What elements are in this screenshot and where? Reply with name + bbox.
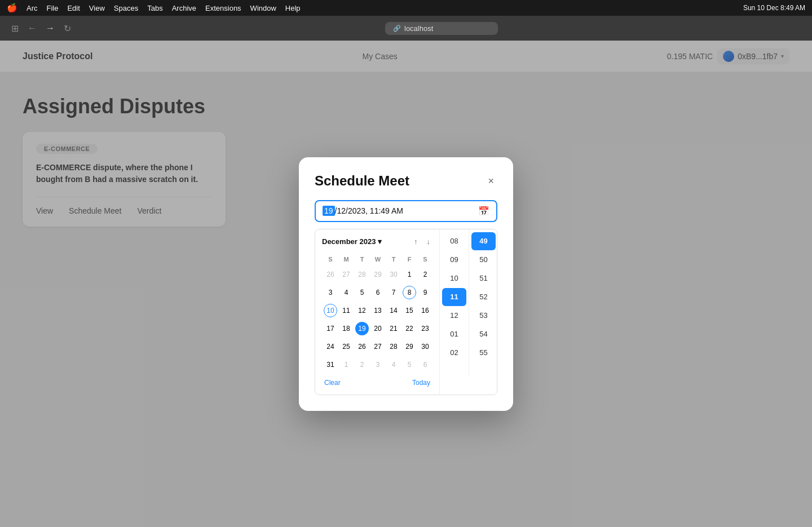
- month-year-text: December 2023: [322, 237, 376, 246]
- minute-item[interactable]: 55: [471, 344, 496, 362]
- weekday-sat: S: [418, 254, 433, 265]
- modal-close-button[interactable]: ×: [484, 175, 497, 187]
- hour-item[interactable]: 12: [442, 307, 466, 325]
- nav-sidebar-toggle[interactable]: ⊞: [9, 21, 21, 36]
- calendar-day[interactable]: 3: [323, 284, 338, 301]
- calendar-day[interactable]: 25: [339, 338, 354, 355]
- calendar-day[interactable]: 4: [386, 356, 401, 373]
- calendar-day[interactable]: 2: [355, 356, 369, 373]
- calendar-day[interactable]: 30: [418, 338, 433, 355]
- calendar-day[interactable]: 11: [339, 302, 354, 319]
- month-dropdown-icon: ▾: [378, 237, 382, 246]
- calendar-next-button[interactable]: ↓: [425, 236, 433, 247]
- calendar-day[interactable]: 16: [418, 302, 433, 319]
- menu-window[interactable]: Window: [250, 4, 276, 12]
- calendar-nav-group: ↑ ↓: [412, 236, 433, 247]
- calendar-day[interactable]: 24: [323, 338, 338, 355]
- calendar-day[interactable]: 19: [355, 320, 369, 337]
- datetime-highlight: 19: [323, 206, 335, 216]
- calendar-day[interactable]: 8: [402, 284, 417, 301]
- hour-item[interactable]: 10: [442, 269, 466, 287]
- calendar-day[interactable]: 9: [418, 284, 433, 301]
- calendar-day[interactable]: 21: [386, 320, 401, 337]
- menu-edit[interactable]: Edit: [67, 4, 80, 12]
- menu-file[interactable]: File: [47, 4, 59, 12]
- weekday-wed: W: [370, 254, 385, 265]
- calendar-day[interactable]: 6: [418, 356, 433, 373]
- calendar-day[interactable]: 31: [323, 356, 338, 373]
- minute-item[interactable]: 54: [471, 325, 496, 343]
- hour-item[interactable]: 08: [442, 232, 466, 250]
- calendar-day[interactable]: 3: [370, 356, 385, 373]
- calendar-day[interactable]: 18: [339, 320, 354, 337]
- calendar-day[interactable]: 29: [370, 266, 385, 283]
- modal-overlay[interactable]: Schedule Meet × 19/12/2023, 11:49 AM 📅 D…: [0, 41, 812, 527]
- calendar-day[interactable]: 4: [339, 284, 354, 301]
- minute-item[interactable]: 53: [471, 307, 496, 325]
- browser-chrome: ⊞ ← → ↻ 🔗 localhost: [0, 16, 812, 41]
- address-bar-inner[interactable]: 🔗 localhost: [385, 22, 498, 35]
- nav-forward-button[interactable]: →: [43, 21, 57, 36]
- datetime-input-wrapper[interactable]: 19/12/2023, 11:49 AM 📅: [315, 200, 497, 222]
- hour-item[interactable]: 01: [442, 325, 466, 343]
- calendar-day[interactable]: 22: [402, 320, 417, 337]
- calendar-day[interactable]: 30: [386, 266, 401, 283]
- menu-archive[interactable]: Archive: [172, 4, 196, 12]
- calendar-footer: Clear Today: [322, 374, 433, 388]
- calendar-day[interactable]: 17: [323, 320, 338, 337]
- calendar-day[interactable]: 2: [418, 266, 433, 283]
- minute-item[interactable]: 51: [471, 269, 496, 287]
- menu-arc[interactable]: Arc: [27, 4, 38, 12]
- page-content: Justice Protocol My Cases 0.195 MATIC 0x…: [0, 41, 812, 527]
- calendar-day[interactable]: 7: [386, 284, 401, 301]
- menu-extensions[interactable]: Extensions: [205, 4, 241, 12]
- today-button[interactable]: Today: [412, 379, 430, 387]
- picker-container: December 2023 ▾ ↑ ↓ S M: [315, 229, 497, 395]
- calendar-day[interactable]: 13: [370, 302, 385, 319]
- calendar-day[interactable]: 20: [370, 320, 385, 337]
- calendar-day[interactable]: 27: [370, 338, 385, 355]
- menu-help[interactable]: Help: [285, 4, 301, 12]
- menu-view[interactable]: View: [89, 4, 105, 12]
- minute-item[interactable]: 50: [471, 251, 496, 269]
- calendar-day[interactable]: 15: [402, 302, 417, 319]
- calendar-day[interactable]: 26: [355, 338, 369, 355]
- calendar-day[interactable]: 1: [402, 266, 417, 283]
- calendar-header: December 2023 ▾ ↑ ↓: [322, 236, 433, 247]
- calendar-day[interactable]: 5: [402, 356, 417, 373]
- calendar-day[interactable]: 5: [355, 284, 369, 301]
- hour-item[interactable]: 11: [442, 288, 466, 306]
- calendar-prev-button[interactable]: ↑: [412, 236, 420, 247]
- menu-bar-left: 🍎 Arc File Edit View Spaces Tabs Archive…: [7, 3, 301, 13]
- calendar-day[interactable]: 26: [323, 266, 338, 283]
- calendar-day[interactable]: 29: [402, 338, 417, 355]
- calendar-day[interactable]: 6: [370, 284, 385, 301]
- calendar-grid: S M T W T F S 2627282930123456789101: [322, 253, 434, 374]
- calendar-day[interactable]: 1: [339, 356, 354, 373]
- calendar-day[interactable]: 12: [355, 302, 369, 319]
- menu-bar: 🍎 Arc File Edit View Spaces Tabs Archive…: [0, 0, 812, 16]
- modal-header: Schedule Meet ×: [315, 173, 497, 189]
- calendar-day[interactable]: 10: [323, 302, 338, 319]
- calendar-day[interactable]: 28: [386, 338, 401, 355]
- schedule-meet-modal: Schedule Meet × 19/12/2023, 11:49 AM 📅 D…: [299, 157, 513, 411]
- nav-back-button[interactable]: ←: [25, 21, 39, 36]
- nav-refresh-button[interactable]: ↻: [61, 21, 73, 36]
- minute-item[interactable]: 52: [471, 288, 496, 306]
- hour-item[interactable]: 09: [442, 251, 466, 269]
- calendar-day[interactable]: 27: [339, 266, 354, 283]
- calendar-day[interactable]: 14: [386, 302, 401, 319]
- hour-item[interactable]: 02: [442, 344, 466, 362]
- minute-item[interactable]: 49: [471, 232, 496, 250]
- browser-nav-buttons: ⊞ ← → ↻: [9, 21, 73, 36]
- url-display: localhost: [404, 24, 433, 33]
- menu-spaces[interactable]: Spaces: [114, 4, 138, 12]
- calendar: December 2023 ▾ ↑ ↓ S M: [315, 229, 439, 395]
- clear-button[interactable]: Clear: [324, 379, 341, 387]
- menu-bar-time: Sun 10 Dec 8:49 AM: [743, 4, 805, 12]
- calendar-icon-button[interactable]: 📅: [478, 206, 489, 216]
- menu-tabs[interactable]: Tabs: [147, 4, 162, 12]
- calendar-day[interactable]: 28: [355, 266, 369, 283]
- calendar-day[interactable]: 23: [418, 320, 433, 337]
- weekday-fri: F: [402, 254, 417, 265]
